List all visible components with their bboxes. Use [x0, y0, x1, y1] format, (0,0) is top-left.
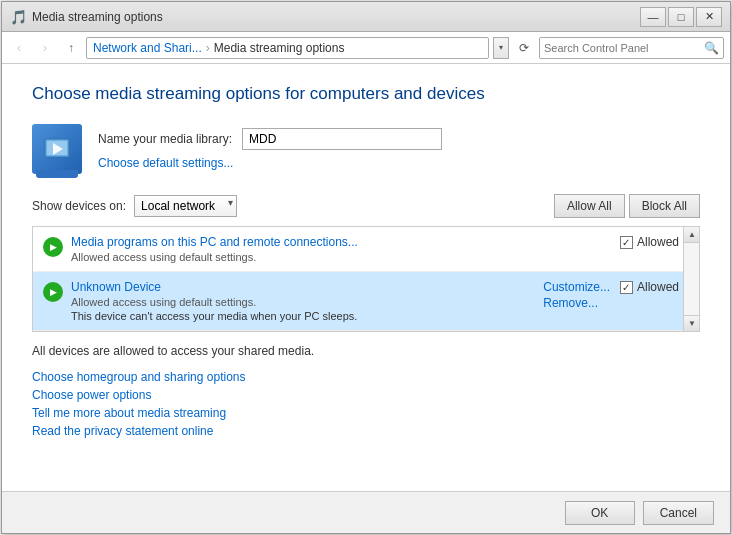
library-icon: [32, 124, 82, 174]
breadcrumb-sep1: ›: [206, 41, 210, 55]
page-title: Choose media streaming options for compu…: [32, 84, 700, 104]
show-devices-label: Show devices on:: [32, 199, 126, 213]
library-name-input[interactable]: [242, 128, 442, 150]
device-status-icon: ▶: [43, 282, 63, 302]
device-info: Unknown Device Allowed access using defa…: [71, 280, 543, 322]
forward-button[interactable]: ›: [34, 37, 56, 59]
device-actions: Customize... Remove...: [543, 280, 610, 310]
device-name-link[interactable]: Unknown Device: [71, 280, 161, 294]
up-button[interactable]: ↑: [60, 37, 82, 59]
footer-links: Choose homegroup and sharing options Cho…: [32, 370, 700, 438]
search-icon[interactable]: 🔍: [704, 41, 719, 55]
library-icon-image: [32, 124, 82, 174]
bottom-bar: OK Cancel: [2, 491, 730, 533]
ok-button[interactable]: OK: [565, 501, 635, 525]
search-box: 🔍: [539, 37, 724, 59]
search-input[interactable]: [544, 42, 704, 54]
footer-link-3[interactable]: Tell me more about media streaming: [32, 406, 700, 420]
title-bar: 🎵 Media streaming options — □ ✕: [2, 2, 730, 32]
list-item: ▶ Unknown Device Allowed access using de…: [33, 272, 699, 331]
allowed-section: Allowed: [620, 235, 679, 249]
content-area: Choose media streaming options for compu…: [2, 64, 730, 491]
devices-bar: Show devices on: Local network Allow All…: [32, 194, 700, 218]
title-bar-buttons: — □ ✕: [640, 7, 722, 27]
address-dropdown-button[interactable]: ▾: [493, 37, 509, 59]
library-name-label: Name your media library:: [98, 132, 232, 146]
devices-select-wrap: Local network: [134, 195, 237, 217]
maximize-button[interactable]: □: [668, 7, 694, 27]
devices-select[interactable]: Local network: [134, 195, 237, 217]
close-button[interactable]: ✕: [696, 7, 722, 27]
device-name-link[interactable]: Media programs on this PC and remote con…: [71, 235, 358, 249]
customize-link[interactable]: Customize...: [543, 280, 610, 294]
library-name-row: Name your media library:: [98, 128, 442, 150]
scroll-up-arrow[interactable]: ▲: [684, 227, 700, 243]
address-bar: ‹ › ↑ Network and Shari... › Media strea…: [2, 32, 730, 64]
refresh-button[interactable]: ⟳: [513, 37, 535, 59]
footer-link-2[interactable]: Choose power options: [32, 388, 700, 402]
cancel-button[interactable]: Cancel: [643, 501, 714, 525]
allowed-label: Allowed: [637, 235, 679, 249]
device-desc: Allowed access using default settings.: [71, 251, 620, 263]
allowed-label: Allowed: [637, 280, 679, 294]
device-desc: Allowed access using default settings.: [71, 296, 543, 308]
play-icon: ▶: [43, 237, 63, 257]
list-item: ▶ Media programs on this PC and remote c…: [33, 227, 699, 272]
block-all-button[interactable]: Block All: [629, 194, 700, 218]
back-button[interactable]: ‹: [8, 37, 30, 59]
breadcrumb-path[interactable]: Network and Shari... › Media streaming o…: [86, 37, 489, 59]
default-settings-link[interactable]: Choose default settings...: [98, 156, 442, 170]
remove-link[interactable]: Remove...: [543, 296, 610, 310]
minimize-button[interactable]: —: [640, 7, 666, 27]
window-title: Media streaming options: [32, 10, 640, 24]
info-text: All devices are allowed to access your s…: [32, 344, 700, 358]
play-icon: ▶: [43, 282, 63, 302]
action-buttons: Allow All Block All: [554, 194, 700, 218]
allowed-checkbox[interactable]: [620, 281, 633, 294]
scrollbar: ▲ ▼: [683, 227, 699, 331]
device-status-icon: ▶: [43, 237, 63, 257]
scroll-track: [684, 243, 699, 315]
allow-all-button[interactable]: Allow All: [554, 194, 625, 218]
device-sleep-note: This device can't access your media when…: [71, 310, 543, 322]
footer-link-4[interactable]: Read the privacy statement online: [32, 424, 700, 438]
scroll-down-arrow[interactable]: ▼: [684, 315, 700, 331]
allowed-section: Allowed: [620, 280, 679, 294]
allowed-checkbox[interactable]: [620, 236, 633, 249]
devices-list: ▶ Media programs on this PC and remote c…: [32, 226, 700, 332]
library-section: Name your media library: Choose default …: [32, 124, 700, 174]
footer-link-1[interactable]: Choose homegroup and sharing options: [32, 370, 700, 384]
library-form: Name your media library: Choose default …: [98, 128, 442, 170]
window-icon: 🎵: [10, 9, 26, 25]
main-window: 🎵 Media streaming options — □ ✕ ‹ › ↑ Ne…: [1, 1, 731, 534]
device-info: Media programs on this PC and remote con…: [71, 235, 620, 263]
breadcrumb-part1: Network and Shari...: [93, 41, 202, 55]
breadcrumb-part2: Media streaming options: [214, 41, 345, 55]
